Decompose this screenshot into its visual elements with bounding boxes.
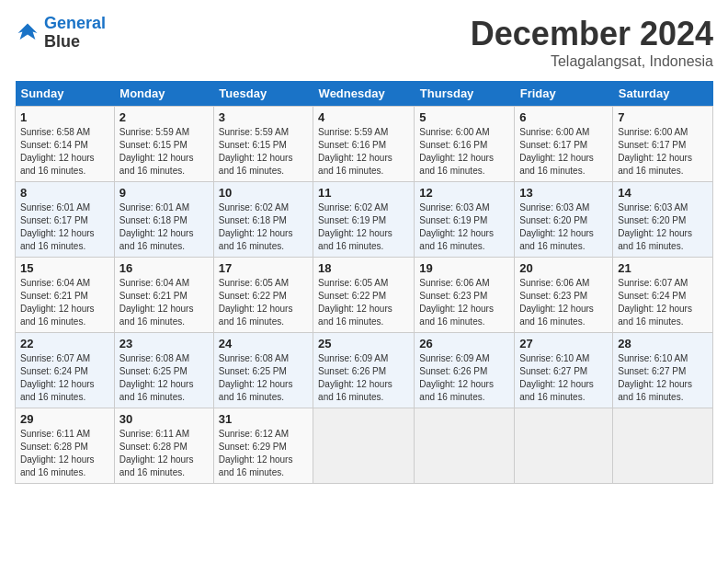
calendar-day-cell: 14Sunrise: 6:03 AMSunset: 6:20 PMDayligh… — [613, 182, 713, 258]
calendar-day-cell: 20Sunrise: 6:06 AMSunset: 6:23 PMDayligh… — [515, 258, 613, 333]
calendar-day-cell: 15Sunrise: 6:04 AMSunset: 6:21 PMDayligh… — [16, 258, 115, 333]
title-block: December 2024 Telagalangsat, Indonesia — [471, 15, 713, 70]
calendar-day-cell: 26Sunrise: 6:09 AMSunset: 6:26 PMDayligh… — [415, 333, 515, 408]
day-number: 30 — [119, 412, 209, 426]
day-info: Sunrise: 6:07 AMSunset: 6:24 PMDaylight:… — [20, 352, 109, 404]
day-number: 31 — [219, 412, 308, 426]
day-number: 15 — [20, 261, 109, 275]
day-number: 28 — [618, 337, 708, 350]
day-number: 14 — [618, 186, 708, 200]
calendar-day-cell: 30Sunrise: 6:11 AMSunset: 6:28 PMDayligh… — [114, 408, 213, 484]
day-info: Sunrise: 6:07 AMSunset: 6:24 PMDaylight:… — [618, 277, 708, 328]
day-number: 2 — [119, 110, 209, 124]
day-number: 21 — [618, 261, 708, 275]
day-info: Sunrise: 5:59 AMSunset: 6:15 PMDaylight:… — [119, 126, 209, 178]
weekday-header: Sunday — [16, 81, 115, 107]
calendar-day-cell: 9Sunrise: 6:01 AMSunset: 6:18 PMDaylight… — [114, 182, 213, 258]
day-info: Sunrise: 6:09 AMSunset: 6:26 PMDaylight:… — [419, 352, 509, 404]
calendar-day-cell: 28Sunrise: 6:10 AMSunset: 6:27 PMDayligh… — [613, 333, 713, 408]
weekday-header: Monday — [114, 81, 213, 107]
day-number: 13 — [519, 186, 608, 200]
day-info: Sunrise: 6:00 AMSunset: 6:17 PMDaylight:… — [618, 126, 708, 178]
day-number: 22 — [20, 337, 109, 350]
calendar-day-cell — [515, 408, 613, 484]
day-number: 20 — [519, 261, 608, 275]
month-title: December 2024 — [471, 15, 713, 53]
day-info: Sunrise: 6:05 AMSunset: 6:22 PMDaylight:… — [318, 277, 409, 328]
calendar-day-cell: 25Sunrise: 6:09 AMSunset: 6:26 PMDayligh… — [313, 333, 415, 408]
day-number: 5 — [419, 110, 509, 124]
day-number: 11 — [318, 186, 409, 200]
day-info: Sunrise: 6:58 AMSunset: 6:14 PMDaylight:… — [20, 126, 109, 178]
calendar-day-cell: 21Sunrise: 6:07 AMSunset: 6:24 PMDayligh… — [613, 258, 713, 333]
logo: GeneralBlue — [15, 15, 106, 52]
calendar-day-cell: 17Sunrise: 6:05 AMSunset: 6:22 PMDayligh… — [213, 258, 313, 333]
calendar-header: SundayMondayTuesdayWednesdayThursdayFrid… — [16, 81, 713, 107]
day-info: Sunrise: 6:11 AMSunset: 6:28 PMDaylight:… — [119, 428, 209, 479]
day-number: 27 — [519, 337, 608, 350]
weekday-header: Tuesday — [213, 81, 313, 107]
day-info: Sunrise: 6:02 AMSunset: 6:19 PMDaylight:… — [318, 201, 409, 253]
day-number: 12 — [419, 186, 509, 200]
day-info: Sunrise: 6:10 AMSunset: 6:27 PMDaylight:… — [519, 352, 608, 404]
day-number: 25 — [318, 337, 409, 350]
calendar-day-cell: 18Sunrise: 6:05 AMSunset: 6:22 PMDayligh… — [313, 258, 415, 333]
day-info: Sunrise: 6:05 AMSunset: 6:22 PMDaylight:… — [219, 277, 308, 328]
weekday-header-row: SundayMondayTuesdayWednesdayThursdayFrid… — [16, 81, 713, 107]
day-info: Sunrise: 6:06 AMSunset: 6:23 PMDaylight:… — [419, 277, 509, 328]
logo-text: GeneralBlue — [44, 15, 106, 52]
calendar-day-cell: 16Sunrise: 6:04 AMSunset: 6:21 PMDayligh… — [114, 258, 213, 333]
day-number: 7 — [618, 110, 708, 124]
day-number: 9 — [119, 186, 209, 200]
calendar-day-cell: 22Sunrise: 6:07 AMSunset: 6:24 PMDayligh… — [16, 333, 115, 408]
calendar-day-cell — [313, 408, 415, 484]
calendar-day-cell: 10Sunrise: 6:02 AMSunset: 6:18 PMDayligh… — [213, 182, 313, 258]
calendar-day-cell: 11Sunrise: 6:02 AMSunset: 6:19 PMDayligh… — [313, 182, 415, 258]
day-info: Sunrise: 6:01 AMSunset: 6:17 PMDaylight:… — [20, 201, 109, 253]
weekday-header: Wednesday — [313, 81, 415, 107]
svg-marker-0 — [18, 23, 38, 40]
calendar-day-cell: 2Sunrise: 5:59 AMSunset: 6:15 PMDaylight… — [114, 107, 213, 182]
day-number: 24 — [219, 337, 308, 350]
calendar-week-row: 29Sunrise: 6:11 AMSunset: 6:28 PMDayligh… — [16, 408, 713, 484]
calendar-week-row: 8Sunrise: 6:01 AMSunset: 6:17 PMDaylight… — [16, 182, 713, 258]
day-info: Sunrise: 6:00 AMSunset: 6:17 PMDaylight:… — [519, 126, 608, 178]
calendar-day-cell: 19Sunrise: 6:06 AMSunset: 6:23 PMDayligh… — [415, 258, 515, 333]
day-number: 19 — [419, 261, 509, 275]
calendar-day-cell: 13Sunrise: 6:03 AMSunset: 6:20 PMDayligh… — [515, 182, 613, 258]
day-info: Sunrise: 6:04 AMSunset: 6:21 PMDaylight:… — [20, 277, 109, 328]
day-info: Sunrise: 6:08 AMSunset: 6:25 PMDaylight:… — [119, 352, 209, 404]
day-info: Sunrise: 6:03 AMSunset: 6:20 PMDaylight:… — [618, 201, 708, 253]
day-info: Sunrise: 6:03 AMSunset: 6:19 PMDaylight:… — [419, 201, 509, 253]
day-number: 17 — [219, 261, 308, 275]
day-info: Sunrise: 6:00 AMSunset: 6:16 PMDaylight:… — [419, 126, 509, 178]
day-info: Sunrise: 6:09 AMSunset: 6:26 PMDaylight:… — [318, 352, 409, 404]
day-info: Sunrise: 6:04 AMSunset: 6:21 PMDaylight:… — [119, 277, 209, 328]
day-number: 1 — [20, 110, 109, 124]
day-info: Sunrise: 6:01 AMSunset: 6:18 PMDaylight:… — [119, 201, 209, 253]
calendar-day-cell: 4Sunrise: 5:59 AMSunset: 6:16 PMDaylight… — [313, 107, 415, 182]
day-number: 29 — [20, 412, 109, 426]
day-info: Sunrise: 6:03 AMSunset: 6:20 PMDaylight:… — [519, 201, 608, 253]
day-info: Sunrise: 6:12 AMSunset: 6:29 PMDaylight:… — [219, 428, 308, 479]
weekday-header: Thursday — [415, 81, 515, 107]
calendar-week-row: 22Sunrise: 6:07 AMSunset: 6:24 PMDayligh… — [16, 333, 713, 408]
calendar-day-cell: 29Sunrise: 6:11 AMSunset: 6:28 PMDayligh… — [16, 408, 115, 484]
day-number: 10 — [219, 186, 308, 200]
calendar-day-cell: 27Sunrise: 6:10 AMSunset: 6:27 PMDayligh… — [515, 333, 613, 408]
page-header: GeneralBlue December 2024 Telagalangsat,… — [15, 15, 713, 70]
weekday-header: Friday — [515, 81, 613, 107]
calendar-day-cell: 1Sunrise: 6:58 AMSunset: 6:14 PMDaylight… — [16, 107, 115, 182]
weekday-header: Saturday — [613, 81, 713, 107]
calendar-day-cell: 23Sunrise: 6:08 AMSunset: 6:25 PMDayligh… — [114, 333, 213, 408]
day-number: 3 — [219, 110, 308, 124]
day-number: 26 — [419, 337, 509, 350]
day-info: Sunrise: 5:59 AMSunset: 6:16 PMDaylight:… — [318, 126, 409, 178]
calendar-day-cell: 3Sunrise: 5:59 AMSunset: 6:15 PMDaylight… — [213, 107, 313, 182]
calendar-table: SundayMondayTuesdayWednesdayThursdayFrid… — [15, 81, 713, 484]
day-number: 4 — [318, 110, 409, 124]
calendar-week-row: 1Sunrise: 6:58 AMSunset: 6:14 PMDaylight… — [16, 107, 713, 182]
day-info: Sunrise: 6:06 AMSunset: 6:23 PMDaylight:… — [519, 277, 608, 328]
calendar-day-cell: 31Sunrise: 6:12 AMSunset: 6:29 PMDayligh… — [213, 408, 313, 484]
day-info: Sunrise: 6:08 AMSunset: 6:25 PMDaylight:… — [219, 352, 308, 404]
